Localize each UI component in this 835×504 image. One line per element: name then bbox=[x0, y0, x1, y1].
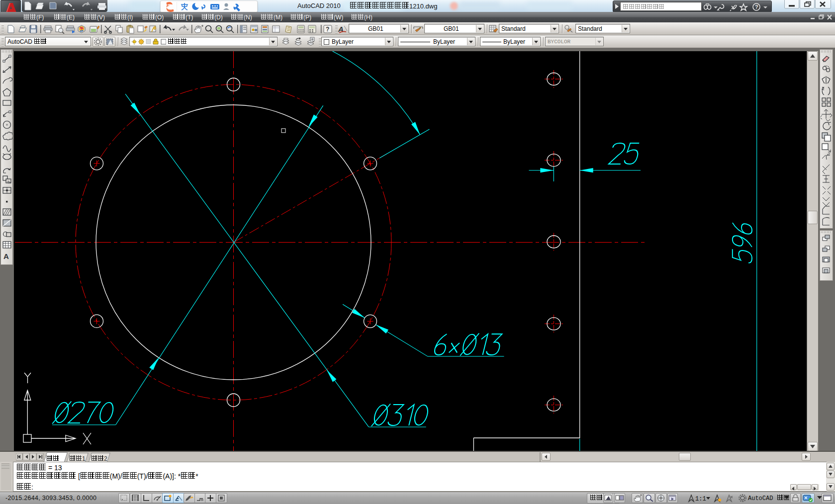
svg-text:A: A bbox=[3, 252, 9, 260]
svg-text:?: ? bbox=[326, 26, 329, 33]
svg-text:1:1: 1:1 bbox=[695, 496, 706, 503]
svg-text:?: ? bbox=[755, 4, 758, 10]
